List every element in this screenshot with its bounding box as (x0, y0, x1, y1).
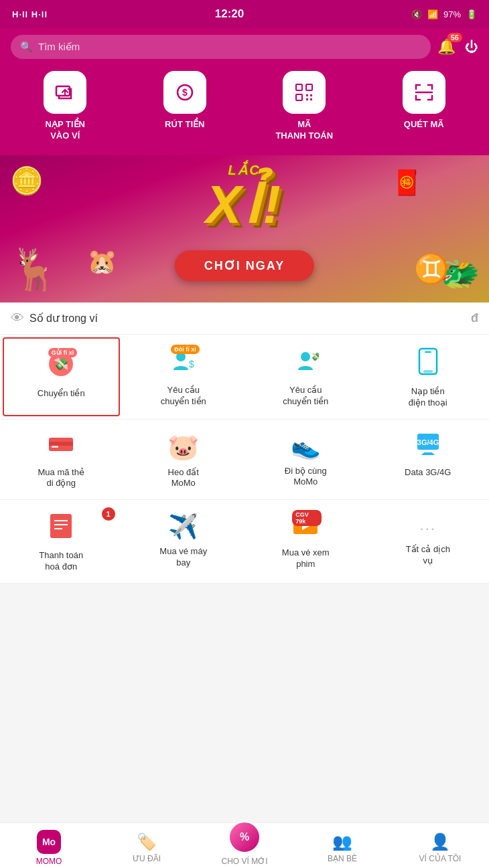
banner-gem-icon: ♊ (414, 252, 449, 285)
di-bo-icon: 👟 (291, 432, 321, 460)
nap-tien-dt-label: Nạp tiềnđiện thoại (409, 386, 447, 409)
nav-uu-dai[interactable]: 🏷️ ƯU ĐÃI (98, 823, 196, 868)
notification-badge: 56 (447, 33, 462, 42)
nav-vi-cua-toi-label: VÍ CỦA TÔI (419, 854, 462, 863)
banner-mascot-center-left: 🐹 (87, 248, 117, 276)
nav-momo[interactable]: Mo MOMO (0, 823, 98, 868)
svg-point-15 (301, 352, 310, 361)
quick-action-rut-tien[interactable]: $ RÚT TIỀN (125, 71, 245, 142)
quet-ma-label: QUÉT MÃ (404, 119, 444, 131)
eye-icon[interactable]: 👁 (11, 311, 24, 326)
grid-item-may-bay[interactable]: ✈️ Mua vé máybay (123, 500, 245, 583)
mua-the-icon (48, 432, 74, 462)
nap-tien-icon-wrap (44, 71, 86, 114)
di-bo-label: Đi bộ cùngMoMo (285, 466, 327, 489)
thanh-toan-icon (49, 513, 73, 545)
svg-rect-19 (423, 370, 433, 373)
svg-text:$: $ (189, 359, 194, 369)
nav-vi-cua-toi[interactable]: 👤 VÍ CỦA TÔI (391, 823, 489, 868)
svg-rect-6 (306, 94, 308, 96)
bottom-nav: Mo MOMO 🏷️ ƯU ĐÃI % CHO VÍ MỚI 👥 BẠN BÈ … (0, 822, 489, 868)
banner-mascot-left: 🦌 (9, 246, 60, 293)
play-button[interactable]: CHƠI NGAY (175, 250, 314, 281)
grid-item-nap-tien-dt[interactable]: Nạp tiềnđiện thoại (367, 335, 490, 419)
svg-rect-8 (306, 98, 308, 100)
thanh-toan-label: Thanh toánhoá đơn (39, 550, 83, 573)
search-bar[interactable]: 🔍 Tìm kiếm (11, 35, 431, 59)
nap-tien-label: NẠP TIỀNVÀO VÍ (46, 119, 85, 142)
grid-item-chuyen-tien[interactable]: 💸 Gửi fi xì Chuyển tiền (3, 337, 120, 416)
svg-rect-5 (296, 94, 302, 100)
svg-text:💸: 💸 (54, 357, 69, 371)
nav-uu-dai-label: ƯU ĐÃI (133, 854, 161, 863)
balance-label: Số dư trong ví (29, 312, 98, 325)
grid-row-1: 💸 Gửi fi xì Chuyển tiền $ Đòi fi xì Yêu … (0, 335, 489, 420)
balance-left: 👁 Số dư trong ví (11, 311, 98, 326)
nav-ban-be[interactable]: 👥 BẠN BÈ (293, 823, 391, 868)
thanh-toan-badge-num: 1 (102, 507, 115, 521)
yeu-cau-2-icon: 💸 (292, 347, 319, 379)
grid-item-heo-dat[interactable]: 🐷 Heo đấtMoMo (123, 420, 245, 500)
momo-logo-icon: Mo (37, 830, 61, 854)
nap-tien-dt-icon (415, 347, 441, 381)
grid-item-tat-ca[interactable]: ··· Tất cả dịchvụ (367, 500, 490, 583)
status-right-icons: 🔇 📶 97% 🔋 (411, 9, 477, 19)
balance-currency: đ (471, 311, 478, 325)
cho-vi-moi-icon: % (228, 820, 261, 854)
svg-text:3G/4G: 3G/4G (417, 438, 439, 446)
nav-cho-vi-moi[interactable]: % CHO VÍ MỚI (196, 823, 293, 868)
grid-section: 💸 Gửi fi xì Chuyển tiền $ Đòi fi xì Yêu … (0, 335, 489, 584)
wifi-icon: 📶 (427, 9, 438, 19)
yeu-cau-1-icon: $ Đòi fi xì (170, 347, 197, 379)
banner-mascot-top-right: 🧧 (392, 169, 422, 197)
nav-cho-vi-moi-label: CHO VÍ MỚI (221, 857, 267, 866)
xem-phim-label: Mua vé xemphim (282, 547, 330, 570)
grid-item-xem-phim[interactable]: CGV 79k Mua vé xemphim (244, 500, 367, 583)
grid-row-2: Mua mã thẻdi động 🐷 Heo đấtMoMo 👟 Đi bộ … (0, 420, 489, 501)
svg-rect-4 (306, 84, 312, 90)
yeu-cau-1-label: Yêu cầuchuyển tiền (161, 385, 206, 408)
header-icons: 🔔 56 ⏻ (437, 38, 478, 56)
battery-icon: 🔋 (466, 9, 477, 19)
quick-action-quet-ma[interactable]: QUÉT MÃ (364, 71, 484, 142)
nav-ban-be-label: BẠN BÈ (328, 854, 357, 863)
balance-section: 👁 Số dư trong ví đ (0, 302, 489, 335)
xem-phim-badge: CGV 79k (292, 510, 322, 526)
uu-dai-icon: 🏷️ (137, 833, 157, 851)
quick-action-ma-thanh-toan[interactable]: MÃTHANH TOÁN (244, 71, 364, 142)
svg-rect-9 (310, 98, 312, 100)
yeu-cau-1-badge: Đòi fi xì (171, 345, 200, 354)
svg-rect-21 (49, 442, 73, 446)
vi-cua-toi-icon: 👤 (430, 833, 450, 851)
mua-the-label: Mua mã thẻdi động (38, 467, 84, 490)
grid-item-thanh-toan[interactable]: 1 Thanh toánhoá đơn (0, 500, 123, 583)
grid-item-data-3g[interactable]: 3G/4G Data 3G/4G (367, 420, 490, 500)
notification-button[interactable]: 🔔 56 (437, 38, 456, 56)
heo-dat-label: Heo đấtMoMo (168, 467, 199, 490)
time-display: 12:20 (215, 7, 244, 21)
signal-indicator: H·ll H·ll (12, 9, 48, 19)
search-placeholder: Tìm kiếm (38, 41, 80, 53)
xem-phim-icon: CGV 79k (292, 513, 319, 542)
grid-row-3: 1 Thanh toánhoá đơn ✈️ Mua vé máybay (0, 500, 489, 584)
svg-text:💸: 💸 (311, 351, 319, 361)
rut-tien-label: RÚT TIỀN (165, 119, 204, 131)
battery-indicator: 97% (443, 9, 461, 19)
banner-coin-icon: 🪙 (10, 165, 44, 197)
chuyen-tien-label: Chuyển tiền (38, 388, 85, 400)
ma-thanh-toan-label: MÃTHANH TOÁN (275, 119, 333, 142)
data-3g-icon: 3G/4G (415, 432, 441, 462)
grid-item-yeu-cau-1[interactable]: $ Đòi fi xì Yêu cầuchuyển tiền (123, 335, 245, 419)
svg-rect-18 (425, 351, 431, 353)
chuyen-tien-icon: 💸 Gửi fi xì (48, 351, 74, 383)
banner[interactable]: 🪙 LẮC XỈ! 🦌 🐲 🐹 🧧 CHƠI NGAY ♊ (0, 155, 489, 302)
yeu-cau-2-label: Yêu cầuchuyển tiền (283, 385, 328, 408)
grid-item-mua-the[interactable]: Mua mã thẻdi động (0, 420, 123, 500)
grid-item-di-bo[interactable]: 👟 Đi bộ cùngMoMo (244, 420, 367, 500)
chuyen-tien-badge: Gửi fi xì (48, 348, 78, 357)
svg-text:$: $ (182, 87, 188, 98)
power-button[interactable]: ⏻ (465, 39, 478, 55)
quick-action-nap-tien[interactable]: NẠP TIỀNVÀO VÍ (5, 71, 125, 142)
tat-ca-icon: ··· (420, 513, 436, 539)
grid-item-yeu-cau-2[interactable]: 💸 Yêu cầuchuyển tiền (244, 335, 367, 419)
